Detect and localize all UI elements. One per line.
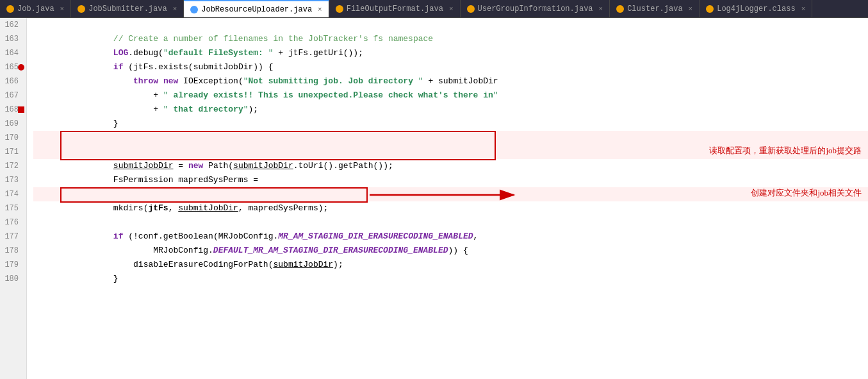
gutter-178: 178	[4, 244, 21, 258]
editor-area: 162 163 164 165 166 167 168 169 170 171 …	[0, 18, 868, 379]
gutter-168: 168	[4, 103, 21, 117]
gutter-180: 180	[4, 272, 21, 286]
tab-jobresourceuploader[interactable]: JobResourceUploader.java ×	[184, 0, 329, 17]
code-line-179: }	[33, 258, 868, 272]
gutter-171: 171	[4, 145, 21, 159]
code-line-180	[33, 272, 868, 286]
tab-icon-jobresourceuploader	[190, 6, 198, 13]
code-line-168: }	[33, 103, 868, 117]
tab-jobsubmitter[interactable]: JobSubmitter.java ×	[71, 0, 184, 17]
code-line-170: submitJobDir = jtFs.makeQualified(submit…	[33, 131, 868, 145]
close-usergroupinfo[interactable]: ×	[599, 5, 603, 13]
gutter-163: 163	[4, 32, 21, 46]
code-line-175	[33, 201, 868, 215]
code-line-165: throw new IOException("Not submitting jo…	[33, 60, 868, 74]
tab-icon-fileoutputformat	[336, 5, 343, 13]
gutter-175: 175	[4, 201, 21, 215]
code-line-167: + " that directory");	[33, 88, 868, 103]
close-cluster[interactable]: ×	[689, 5, 693, 13]
close-jobsubmitter[interactable]: ×	[173, 5, 177, 13]
code-line-176: if (!conf.getBoolean(MRJobConfig.MR_AM_S…	[33, 215, 868, 230]
close-job[interactable]: ×	[60, 5, 65, 13]
tab-icon-usergroupinfo	[467, 5, 475, 13]
gutter-179: 179	[4, 258, 21, 272]
gutter-172: 172	[4, 159, 21, 173]
tab-icon-job	[6, 5, 14, 13]
gutter-176: 176	[4, 215, 21, 230]
tab-label-job: Job.java	[17, 4, 54, 13]
code-line-177: MRJobConfig.DEFAULT_MR_AM_STAGING_DIR_ER…	[33, 230, 868, 244]
gutter-166: 166	[4, 74, 21, 88]
annotation-text-2: 创建对应文件夹和job相关文件	[751, 187, 862, 199]
code-content[interactable]: // Create a number of filenames in the J…	[27, 18, 868, 379]
gutter-162: 162	[4, 18, 21, 32]
tab-label-jobsubmitter: JobSubmitter.java	[88, 4, 167, 13]
gutter-177: 177	[4, 230, 21, 244]
gutter-164: 164	[4, 46, 21, 60]
gutter-173: 173	[4, 173, 21, 187]
tab-label-jobresourceuploader: JobResourceUploader.java	[201, 5, 312, 14]
tab-bar: Job.java × JobSubmitter.java × JobResour…	[0, 0, 868, 18]
gutter-169: 169	[4, 117, 21, 131]
tab-log4j[interactable]: Log4jLogger.class ×	[700, 0, 812, 17]
tab-fileoutputformat[interactable]: FileOutputFormat.java ×	[329, 0, 461, 17]
code-line-172: FsPermission mapredSysPerms =	[33, 159, 868, 173]
gutter-174: 174	[4, 187, 21, 201]
code-line-169: // Create| the submission directory for …	[33, 117, 868, 131]
tab-label-usergroupinfo: UserGroupInformation.java	[478, 4, 593, 13]
tab-label-cluster: Cluster.java	[627, 4, 682, 13]
tab-icon-log4j	[706, 5, 714, 13]
tab-icon-jobsubmitter	[78, 5, 85, 13]
tab-cluster[interactable]: Cluster.java ×	[610, 0, 700, 17]
code-line-174: mkdirs(jtFs, submitJobDir, mapredSysPerm…	[33, 187, 868, 201]
code-line-164: if (jtFs.exists(submitJobDir)) {	[33, 46, 868, 60]
code-line-166: + " already exists!! This is unexpected.…	[33, 74, 868, 88]
gutter-167: 167	[4, 88, 21, 103]
tab-usergroupinfo[interactable]: UserGroupInformation.java ×	[461, 0, 610, 17]
close-fileoutputformat[interactable]: ×	[449, 5, 454, 13]
tab-label-fileoutputformat: FileOutputFormat.java	[347, 4, 443, 13]
line-numbers: 162 163 164 165 166 167 168 169 170 171 …	[0, 18, 27, 379]
annotation-text-1: 读取配置项，重新获取处理后的job提交路	[709, 145, 862, 156]
code-line-163: LOG.debug("default FileSystem: " + jtFs.…	[33, 32, 868, 46]
tab-label-log4j: Log4jLogger.class	[717, 4, 795, 13]
gutter-165: 165	[4, 60, 21, 74]
close-log4j[interactable]: ×	[801, 5, 806, 13]
tab-icon-cluster	[616, 5, 624, 13]
ide-window: Job.java × JobSubmitter.java × JobResour…	[0, 0, 868, 379]
code-line-162: // Create a number of filenames in the J…	[33, 18, 868, 32]
code-line-178: disableErasureCodingForPath(submitJobDir…	[33, 244, 868, 258]
gutter-170: 170	[4, 131, 21, 145]
tab-job[interactable]: Job.java ×	[0, 0, 71, 17]
close-jobresourceuploader[interactable]: ×	[318, 6, 322, 13]
code-line-173: new FsPermission(JobSubmissionFiles.JOB_…	[33, 173, 868, 187]
